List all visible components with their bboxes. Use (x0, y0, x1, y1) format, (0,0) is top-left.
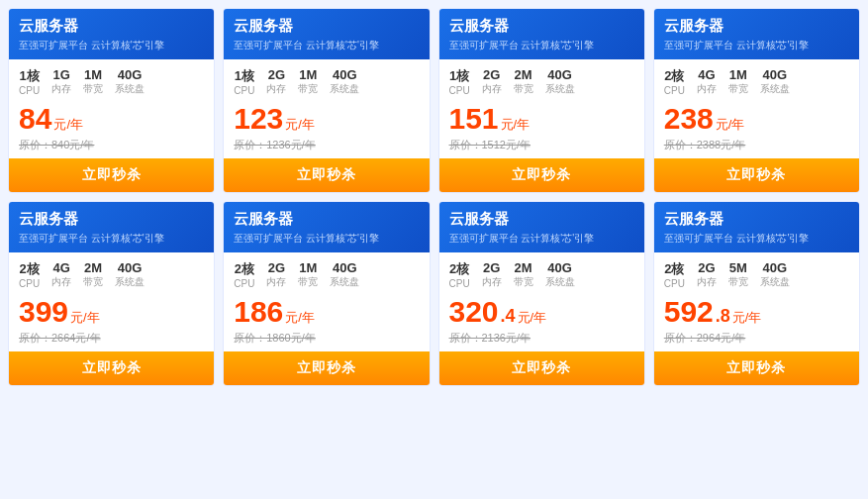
bw-value: 1M (299, 260, 317, 275)
card-title: 云服务器 (19, 17, 204, 36)
spec-disk: 40G 系统盘 (330, 67, 359, 96)
buy-button[interactable]: 立即秒杀 (9, 158, 214, 192)
bw-value: 1M (299, 67, 317, 82)
bw-value: 5M (729, 260, 747, 275)
cpu-label: CPU (449, 85, 470, 96)
bw-label: 带宽 (728, 82, 748, 96)
bw-value: 2M (515, 67, 532, 82)
price-original: 原价：1512元/年 (449, 138, 634, 152)
disk-label: 系统盘 (115, 275, 145, 289)
disk-value: 40G (547, 260, 572, 275)
buy-button[interactable]: 立即秒杀 (224, 158, 429, 192)
price-section: 592 .8 元/年 原价：2964元/年 (664, 295, 849, 346)
cpu-label: CPU (19, 85, 40, 96)
card-header: 云服务器 至强可扩展平台 云计算核'芯'引擎 (224, 202, 429, 252)
spec-disk: 40G 系统盘 (760, 260, 790, 289)
mem-value: 2G (483, 260, 500, 275)
disk-value: 40G (763, 260, 788, 275)
bw-label: 带宽 (298, 275, 318, 289)
spec-disk: 40G 系统盘 (545, 67, 575, 96)
cpu-label: CPU (234, 85, 254, 96)
price-integer: 238 (664, 102, 714, 136)
product-card-card-3: 云服务器 至强可扩展平台 云计算核'芯'引擎 1核 CPU 2G 内存 2M 带… (438, 8, 645, 193)
specs-row: 2核 CPU 2G 内存 1M 带宽 40G 系统盘 (234, 260, 419, 289)
product-card-card-6: 云服务器 至强可扩展平台 云计算核'芯'引擎 2核 CPU 2G 内存 1M 带… (223, 201, 430, 386)
buy-button[interactable]: 立即秒杀 (224, 351, 429, 385)
specs-row: 2核 CPU 4G 内存 1M 带宽 40G 系统盘 (664, 67, 849, 96)
spec-cpu: 1核 CPU (449, 67, 470, 96)
product-card-card-8: 云服务器 至强可扩展平台 云计算核'芯'引擎 2核 CPU 2G 内存 5M 带… (653, 201, 860, 386)
price-section: 186 元/年 原价：1860元/年 (234, 295, 419, 346)
price-row: 186 元/年 (234, 295, 419, 329)
price-row: 320 .4 元/年 (449, 295, 634, 329)
buy-button[interactable]: 立即秒杀 (439, 351, 644, 385)
card-header: 云服务器 至强可扩展平台 云计算核'芯'引擎 (654, 9, 859, 59)
buy-button[interactable]: 立即秒杀 (439, 158, 644, 192)
spec-disk: 40G 系统盘 (115, 260, 145, 289)
cpu-label: CPU (664, 85, 685, 96)
price-row: 123 元/年 (234, 102, 419, 136)
card-body: 2核 CPU 4G 内存 2M 带宽 40G 系统盘 399 (9, 252, 214, 351)
card-title: 云服务器 (449, 17, 634, 36)
cpu-label: CPU (449, 278, 470, 289)
card-title: 云服务器 (19, 210, 204, 229)
cpu-value: 2核 (449, 260, 469, 278)
specs-row: 2核 CPU 2G 内存 5M 带宽 40G 系统盘 (664, 260, 849, 289)
card-title: 云服务器 (234, 210, 419, 229)
price-row: 84 元/年 (19, 102, 204, 136)
price-integer: 592 (664, 295, 714, 329)
card-title: 云服务器 (234, 17, 419, 36)
disk-label: 系统盘 (760, 275, 790, 289)
price-decimal: .8 (716, 306, 730, 327)
bw-label: 带宽 (298, 82, 318, 96)
cpu-value: 1核 (235, 67, 254, 85)
price-original: 原价：2664元/年 (19, 331, 204, 346)
spec-cpu: 1核 CPU (19, 67, 40, 96)
spec-bw: 2M 带宽 (514, 260, 533, 289)
mem-label: 内存 (697, 275, 717, 289)
cpu-value: 2核 (19, 260, 39, 278)
card-subtitle: 至强可扩展平台 云计算核'芯'引擎 (19, 232, 204, 245)
price-unit: 元/年 (716, 116, 745, 134)
price-section: 84 元/年 原价：840元/年 (19, 102, 204, 152)
cpu-label: CPU (19, 278, 40, 289)
mem-value: 2G (268, 260, 285, 275)
mem-value: 1G (52, 67, 69, 82)
price-integer: 123 (234, 102, 283, 136)
spec-mem: 2G 内存 (266, 260, 286, 289)
buy-button[interactable]: 立即秒杀 (654, 158, 859, 192)
spec-mem: 1G 内存 (51, 67, 71, 96)
price-row: 151 元/年 (449, 102, 634, 136)
disk-label: 系统盘 (545, 82, 575, 96)
mem-label: 内存 (697, 82, 717, 96)
cpu-label: CPU (234, 278, 254, 289)
spec-bw: 1M 带宽 (298, 260, 318, 289)
price-unit: 元/年 (501, 116, 530, 134)
price-original: 原价：2964元/年 (664, 331, 849, 346)
spec-mem: 4G 内存 (51, 260, 71, 289)
spec-mem: 4G 内存 (697, 67, 717, 96)
buy-button[interactable]: 立即秒杀 (654, 351, 859, 385)
price-section: 151 元/年 原价：1512元/年 (449, 102, 634, 152)
spec-cpu: 2核 CPU (234, 260, 254, 289)
price-section: 399 元/年 原价：2664元/年 (19, 295, 204, 346)
disk-value: 40G (118, 260, 143, 275)
card-title: 云服务器 (664, 17, 849, 36)
card-body: 1核 CPU 2G 内存 1M 带宽 40G 系统盘 123 (224, 59, 429, 158)
spec-bw: 5M 带宽 (728, 260, 748, 289)
price-unit: 元/年 (285, 116, 315, 134)
bw-label: 带宽 (514, 82, 533, 96)
price-section: 123 元/年 原价：1236元/年 (234, 102, 419, 152)
bw-value: 2M (84, 260, 102, 275)
product-card-card-2: 云服务器 至强可扩展平台 云计算核'芯'引擎 1核 CPU 2G 内存 1M 带… (223, 8, 430, 193)
buy-button[interactable]: 立即秒杀 (9, 351, 214, 385)
bw-value: 1M (84, 67, 102, 82)
card-header: 云服务器 至强可扩展平台 云计算核'芯'引擎 (9, 202, 214, 252)
cpu-value: 2核 (235, 260, 254, 278)
spec-cpu: 2核 CPU (664, 67, 685, 96)
cpu-label: CPU (664, 278, 685, 289)
mem-label: 内存 (482, 82, 502, 96)
bw-value: 2M (515, 260, 532, 275)
mem-value: 4G (52, 260, 69, 275)
disk-value: 40G (547, 67, 572, 82)
